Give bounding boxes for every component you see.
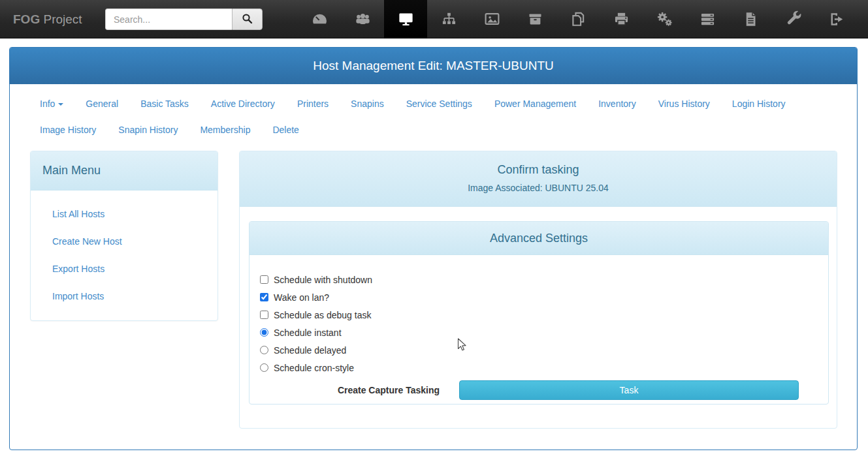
- main-menu-title: Main Menu: [31, 151, 217, 191]
- option-schedule-cron-style[interactable]: Schedule cron-style: [260, 359, 818, 376]
- tab-row-2: Image History Snapin History Membership …: [10, 117, 857, 143]
- search-button[interactable]: [232, 8, 263, 30]
- schedule-cron-style-radio[interactable]: [260, 363, 268, 372]
- fog-project-logo[interactable]: FOG Project: [13, 0, 82, 38]
- tab-snapin-history[interactable]: Snapin History: [118, 125, 178, 135]
- tab-image-history[interactable]: Image History: [40, 125, 96, 135]
- image-associated-text: Image Associated: UBUNTU 25.04: [240, 183, 837, 193]
- snapins-copy-icon: [570, 10, 587, 28]
- nav-logout[interactable]: [815, 0, 858, 38]
- nav-reports[interactable]: [729, 0, 772, 38]
- create-capture-tasking-row: Create Capture Tasking Task: [260, 380, 818, 400]
- menu-link-export-hosts[interactable]: Export Hosts: [31, 255, 217, 282]
- groups-sitemap-icon: [440, 10, 458, 28]
- advanced-settings-panel: Advanced Settings Schedule with shutdown…: [249, 221, 829, 405]
- nav-printers[interactable]: [600, 0, 643, 38]
- option-label: Wake on lan?: [274, 292, 329, 303]
- option-wake-on-lan[interactable]: Wake on lan?: [260, 288, 818, 306]
- users-icon: [354, 10, 372, 28]
- host-edit-tabs: Info General Basic Tasks Active Director…: [10, 84, 857, 143]
- option-schedule-as-debug-task[interactable]: Schedule as debug task: [260, 306, 818, 324]
- tab-membership[interactable]: Membership: [200, 125, 250, 135]
- tab-general[interactable]: General: [86, 99, 118, 109]
- images-icon: [483, 10, 501, 28]
- tab-printers[interactable]: Printers: [297, 99, 329, 109]
- tab-basic-tasks[interactable]: Basic Tasks: [140, 99, 189, 109]
- create-capture-tasking-label: Create Capture Tasking: [260, 385, 440, 395]
- brand-bold: FOG: [13, 12, 40, 26]
- brand-rest: Project: [43, 12, 82, 26]
- tab-delete[interactable]: Delete: [272, 125, 298, 135]
- tab-row-1: Info General Basic Tasks Active Director…: [10, 91, 857, 117]
- schedule-as-debug-task-checkbox[interactable]: [260, 311, 268, 319]
- tab-inventory[interactable]: Inventory: [598, 99, 636, 109]
- option-label: Schedule with shutdown: [274, 275, 372, 285]
- menu-link-import-hosts[interactable]: Import Hosts: [31, 282, 217, 310]
- logout-icon: [828, 10, 846, 28]
- nav-services[interactable]: [643, 0, 686, 38]
- confirm-tasking-header: Confirm tasking Image Associated: UBUNTU…: [240, 151, 837, 207]
- option-schedule-with-shutdown[interactable]: Schedule with shutdown: [260, 271, 818, 288]
- navbar-icon-menu: [298, 0, 858, 38]
- nav-dashboard[interactable]: [298, 0, 341, 38]
- schedule-instant-radio[interactable]: [260, 328, 268, 337]
- nav-storage[interactable]: [513, 0, 556, 38]
- tab-snapins[interactable]: Snapins: [351, 99, 384, 109]
- menu-link-list-all-hosts[interactable]: List All Hosts: [31, 200, 217, 228]
- option-label: Schedule instant: [274, 328, 342, 338]
- advanced-settings-title: Advanced Settings: [249, 222, 828, 255]
- menu-link-create-new-host[interactable]: Create New Host: [31, 228, 217, 255]
- tab-login-history[interactable]: Login History: [732, 99, 786, 109]
- wake-on-lan-checkbox[interactable]: [260, 293, 268, 301]
- configuration-wrench-icon: [785, 10, 803, 28]
- schedule-delayed-radio[interactable]: [260, 346, 268, 354]
- nav-hosts[interactable]: [384, 0, 427, 38]
- option-label: Schedule cron-style: [274, 363, 354, 373]
- search-form: [105, 8, 263, 30]
- advanced-settings-form: Schedule with shutdown Wake on lan? Sche…: [249, 255, 828, 400]
- dashboard-icon: [311, 10, 329, 28]
- main-menu-body: List All Hosts Create New Host Export Ho…: [31, 191, 217, 320]
- option-schedule-instant[interactable]: Schedule instant: [260, 324, 818, 341]
- tab-active-directory[interactable]: Active Directory: [211, 99, 275, 109]
- nav-tasks[interactable]: [686, 0, 729, 38]
- search-icon: [242, 13, 253, 26]
- tasks-icon: [699, 10, 716, 28]
- tab-info[interactable]: Info: [40, 99, 63, 109]
- storage-box-icon: [526, 10, 544, 28]
- task-button[interactable]: Task: [459, 380, 799, 400]
- confirm-tasking-title: Confirm tasking: [240, 151, 837, 177]
- printers-icon: [613, 10, 630, 28]
- option-schedule-delayed[interactable]: Schedule delayed: [260, 341, 818, 359]
- option-label: Schedule as debug task: [274, 310, 371, 320]
- schedule-with-shutdown-checkbox[interactable]: [260, 275, 268, 284]
- main-menu-panel: Main Menu List All Hosts Create New Host…: [30, 151, 218, 321]
- nav-users[interactable]: [341, 0, 384, 38]
- tab-virus-history[interactable]: Virus History: [658, 99, 710, 109]
- nav-snapins[interactable]: [556, 0, 600, 38]
- tab-power-management[interactable]: Power Management: [494, 99, 576, 109]
- hosts-monitor-icon: [397, 10, 415, 28]
- option-label: Schedule delayed: [274, 345, 346, 356]
- tab-service-settings[interactable]: Service Settings: [406, 99, 472, 109]
- page-title: Host Management Edit: MASTER-UBUNTU: [10, 48, 857, 84]
- nav-groups[interactable]: [427, 0, 470, 38]
- page-container: Host Management Edit: MASTER-UBUNTU Info…: [9, 47, 858, 450]
- services-gears-icon: [656, 10, 673, 28]
- nav-configuration[interactable]: [772, 0, 815, 38]
- chevron-down-icon: [58, 103, 63, 106]
- confirm-tasking-panel: Confirm tasking Image Associated: UBUNTU…: [239, 151, 837, 429]
- top-navbar: FOG Project: [0, 0, 868, 38]
- nav-images[interactable]: [470, 0, 513, 38]
- reports-file-icon: [742, 10, 760, 28]
- search-input[interactable]: [105, 8, 232, 30]
